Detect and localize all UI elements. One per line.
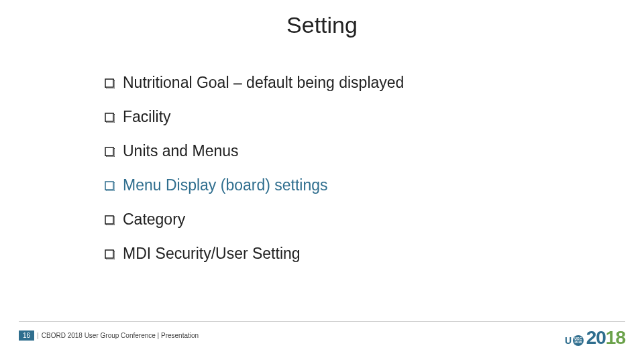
list-item: Menu Display (board) settings xyxy=(104,176,574,194)
logo-ugc-mark: U UGC 2018 xyxy=(565,335,584,346)
logo-badge-bottom: 2018 xyxy=(574,341,582,344)
logo-year: 2018 xyxy=(586,327,625,349)
list-item: Nutritional Goal – default being display… xyxy=(104,74,574,92)
list-item-text: Category xyxy=(123,210,185,229)
footer-text: CBORD 2018 User Group Conference | Prese… xyxy=(42,332,199,339)
list-item: Units and Menus xyxy=(104,142,574,160)
list-item-text: MDI Security/User Setting xyxy=(123,245,301,263)
logo-letter: U xyxy=(565,335,572,346)
bullet-list: Nutritional Goal – default being display… xyxy=(104,74,574,279)
list-item-text: Units and Menus xyxy=(123,142,239,160)
footer: 16 | CBORD 2018 User Group Conference | … xyxy=(19,330,199,341)
logo-year-second: 18 xyxy=(606,327,625,348)
checkbox-empty-icon xyxy=(104,215,115,225)
logo-badge-icon: UGC 2018 xyxy=(573,335,584,346)
list-item-text: Nutritional Goal – default being display… xyxy=(123,74,404,92)
slide: Setting Nutritional Goal – default being… xyxy=(0,0,644,362)
page-number: 16 xyxy=(19,330,34,341)
list-item: MDI Security/User Setting xyxy=(104,245,574,263)
logo-year-first: 20 xyxy=(586,327,606,348)
footer-divider xyxy=(19,321,625,322)
checkbox-empty-icon xyxy=(104,112,115,123)
footer-separator: | xyxy=(37,332,39,339)
checkbox-empty-icon xyxy=(104,78,115,88)
list-item-text: Menu Display (board) settings xyxy=(123,176,328,194)
checkbox-empty-icon xyxy=(104,249,115,259)
list-item: Category xyxy=(104,210,574,229)
slide-title: Setting xyxy=(0,12,644,38)
checkbox-empty-icon xyxy=(104,146,115,157)
list-item-text: Facility xyxy=(123,108,171,126)
checkbox-empty-icon xyxy=(104,180,115,191)
list-item: Facility xyxy=(104,108,574,126)
conference-logo: U UGC 2018 2018 xyxy=(565,327,625,349)
